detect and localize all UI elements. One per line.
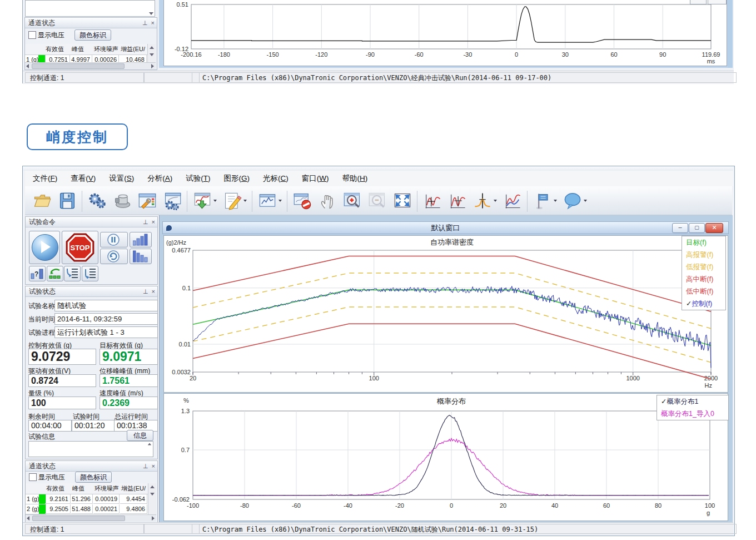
table-header[interactable]: 增益(EU/	[120, 44, 148, 55]
close-icon[interactable]: ×	[152, 217, 155, 227]
legend-item[interactable]: ✓控制(f)	[682, 298, 725, 310]
restore-button[interactable]: ▢	[689, 223, 705, 233]
table-vscroll[interactable]	[148, 483, 156, 514]
svg-text:100: 100	[705, 502, 715, 509]
close-icon[interactable]: ×	[152, 461, 155, 471]
comment-bubble-icon	[563, 191, 582, 210]
import-signal-button[interactable]	[190, 188, 220, 214]
dropdown-arrow-icon[interactable]	[494, 200, 497, 202]
menu-item-window[interactable]: 窗口(W)	[295, 171, 336, 186]
level-down-button[interactable]	[130, 249, 152, 264]
dropdown-arrow-icon[interactable]	[554, 200, 557, 202]
open-folder-button[interactable]	[29, 188, 54, 214]
pin-icon[interactable]: ⊥	[143, 217, 148, 227]
table-header[interactable]	[25, 44, 39, 55]
dropdown-arrow-icon[interactable]	[278, 200, 282, 202]
show-voltage-checkbox[interactable]	[28, 31, 36, 39]
return-button[interactable]	[47, 266, 63, 281]
menu-item-setup[interactable]: 设置(S)	[102, 171, 141, 186]
signal-cursor-1-button[interactable]	[420, 188, 445, 214]
shock-pulse-chart[interactable]: 0.51-0.12-200.16-180-150-120-90-60-30030…	[164, 0, 727, 66]
stop-button[interactable]: STOP	[62, 231, 98, 264]
svg-text:-150: -150	[267, 51, 279, 58]
pin-icon[interactable]: ⊥	[143, 286, 148, 296]
close-icon[interactable]: ×	[152, 286, 155, 296]
menu-item-view[interactable]: 查看(V)	[64, 171, 102, 186]
replay-button[interactable]	[100, 249, 128, 264]
dropdown-arrow-icon[interactable]	[584, 200, 587, 202]
zoom-in-window-button[interactable]	[340, 188, 365, 214]
schedule-2-button[interactable]	[82, 266, 98, 281]
legend-item[interactable]: 概率分布1_导入0	[657, 408, 728, 420]
stop-icon: STOP	[64, 232, 96, 262]
table-vscroll[interactable]	[147, 44, 156, 62]
save-button[interactable]	[54, 188, 79, 214]
signal-cursor-2-button[interactable]	[445, 188, 470, 214]
table-header[interactable]: 环境噪声	[93, 44, 121, 55]
pin-icon[interactable]: ⊥	[143, 461, 148, 471]
fit-window-button[interactable]	[390, 188, 415, 214]
query-level-button[interactable]: ?	[29, 266, 46, 281]
show-voltage-label: 显示电压	[38, 473, 65, 482]
psd-chart[interactable]: 自功率谱密度(g)2/Hz0.46770.10.010.003220100100…	[164, 236, 728, 392]
svg-text:0.1: 0.1	[182, 285, 191, 291]
peak-cursor-button[interactable]	[470, 188, 500, 214]
current-time-field: 2014-6-11, 09:32:59	[54, 313, 158, 325]
main-status-bar: 控制通道: 1 C:\Program Files (x86)\DynaTroni…	[23, 522, 733, 535]
close-icon[interactable]: ×	[151, 18, 155, 28]
block-window-button[interactable]	[290, 188, 315, 214]
dropdown-arrow-icon[interactable]	[213, 200, 217, 202]
edit-pencil-button[interactable]	[220, 188, 250, 214]
shaker-button[interactable]	[110, 188, 135, 214]
main-status-spacer	[144, 524, 200, 534]
psd-legend[interactable]: 目标(f)高报警(f)低报警(f)高中断(f)低中断(f)✓控制(f)	[682, 236, 726, 310]
probability-legend[interactable]: ✓概率分布1概率分布1_导入0	[656, 395, 729, 420]
color-id-button[interactable]: 颜色标识	[74, 29, 111, 41]
menu-item-help[interactable]: 帮助(H)	[336, 171, 375, 186]
table-header[interactable]: 环境噪声	[93, 483, 121, 494]
settings-gears-button[interactable]	[84, 188, 110, 214]
close-button[interactable]: ✕	[705, 223, 723, 233]
menu-item-file[interactable]: 文件(F)	[26, 171, 64, 186]
comment-bubble-button[interactable]	[560, 188, 590, 214]
table-header[interactable]: 有效值	[44, 44, 72, 55]
top-list-box[interactable]	[25, 0, 155, 17]
hand-pan-button[interactable]	[315, 188, 340, 214]
legend-item[interactable]: 低中断(f)	[682, 285, 725, 298]
level-up-button[interactable]	[130, 232, 152, 247]
channel-table: 有效值峰值环境噪声增益(EU/1 (g)9.216151.2960.000199…	[26, 483, 156, 514]
child-window-titlebar[interactable]: 默认窗口 – ▢ ✕	[162, 221, 729, 234]
signal-multi-button[interactable]	[500, 188, 525, 214]
table-header[interactable]	[26, 483, 40, 494]
table-header[interactable]: 峰值	[71, 483, 94, 494]
zoom-out-window-button[interactable]	[365, 188, 390, 214]
dropdown-arrow-icon[interactable]	[243, 200, 247, 202]
kurtosis-control-badge[interactable]: 峭度控制	[27, 123, 128, 150]
table-header[interactable]: 峰值	[71, 44, 94, 55]
flag-marker-button[interactable]	[530, 188, 560, 214]
color-id-button[interactable]: 颜色标识	[75, 472, 112, 483]
pin-icon[interactable]: ⊥	[142, 18, 148, 28]
legend-item[interactable]: 高中断(f)	[682, 273, 725, 285]
new-window-button[interactable]	[255, 188, 285, 214]
info-button[interactable]: 信息	[127, 430, 153, 441]
minimize-button[interactable]: –	[672, 223, 688, 233]
legend-item[interactable]: 高报警(f)	[682, 249, 725, 261]
legend-item[interactable]: 低报警(f)	[682, 261, 725, 273]
show-voltage-checkbox[interactable]	[29, 473, 37, 481]
schedule-1-button[interactable]	[64, 266, 81, 281]
menu-item-test[interactable]: 试验(T)	[179, 171, 217, 186]
play-button[interactable]	[29, 231, 60, 264]
table-header[interactable]: 增益(EU/	[120, 483, 149, 494]
window-tools-button[interactable]	[135, 188, 160, 214]
svg-text:Hz: Hz	[705, 382, 712, 389]
legend-item[interactable]: ✓概率分布1	[657, 395, 728, 408]
pause-button[interactable]	[100, 232, 128, 247]
table-header[interactable]: 有效值	[45, 483, 72, 494]
menu-item-analysis[interactable]: 分析(A)	[141, 171, 179, 186]
legend-item[interactable]: 目标(f)	[682, 236, 725, 249]
menu-item-cursor[interactable]: 光标(C)	[256, 171, 295, 186]
window-gear-button[interactable]	[160, 188, 185, 214]
probability-chart[interactable]: 概率分布%1.30.7-0.062-100-80-60-40-200204060…	[164, 394, 728, 521]
menu-item-graph[interactable]: 图形(G)	[217, 171, 257, 186]
